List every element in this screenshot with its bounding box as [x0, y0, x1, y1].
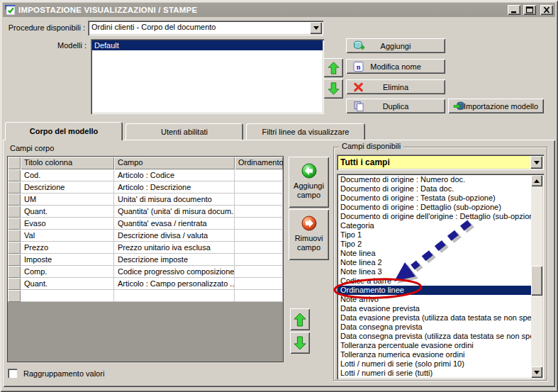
available-field-item[interactable]: Tolleranza numerica evasione ordini — [338, 350, 531, 359]
cell-titolo — [21, 290, 114, 302]
available-field-item[interactable]: Note linea 2 — [338, 258, 531, 267]
cell-ordinamento — [235, 242, 283, 254]
checkmark-icon — [5, 5, 16, 16]
available-field-item[interactable]: Lotti / numeri di serie (tutti) — [338, 369, 531, 378]
column-header-campo[interactable]: Campo — [114, 157, 235, 169]
available-field-item[interactable]: Data evasione prevista — [338, 304, 531, 313]
available-field-item[interactable]: Ordinamento linee — [338, 286, 531, 295]
row-selector[interactable] — [8, 181, 21, 194]
title-bar[interactable]: IMPOSTAZIONE VISUALIZZAZIONI / STAMPE — [3, 3, 555, 17]
campi-corpo-table: Titolo colonna Campo Ordinamento Cod. Ar… — [7, 156, 284, 362]
available-field-item[interactable]: Data consegna prevista (utilizza data te… — [338, 332, 531, 341]
svg-text:n: n — [357, 62, 361, 70]
scroll-up-button[interactable] — [531, 175, 542, 186]
field-filter-dropdown[interactable]: Tutti i campi — [337, 155, 544, 170]
table-header-row: Titolo colonna Campo Ordinamento — [8, 157, 283, 169]
database-add-icon — [353, 40, 364, 52]
table-row[interactable]: Val Descrizione divisa / valuta — [8, 230, 283, 242]
table-row[interactable]: Evaso Quantita' evasa / rientrata — [8, 218, 283, 230]
table-row[interactable]: UM Unita' di misura documento — [8, 194, 283, 206]
row-selector[interactable] — [8, 254, 21, 266]
available-field-item[interactable]: Tipo 2 — [338, 240, 531, 249]
table-row[interactable] — [8, 290, 283, 302]
available-field-item[interactable]: Categoria — [338, 221, 531, 230]
tab-filtri-linee[interactable]: Filtri linee da visualizzare — [246, 123, 365, 140]
add-field-label: Aggiungi campo — [291, 181, 328, 200]
row-selector[interactable] — [8, 290, 21, 302]
row-selector[interactable] — [8, 169, 21, 181]
remove-field-label: Rimuovi campo — [291, 234, 328, 252]
scroll-down-button[interactable] — [531, 366, 542, 378]
row-selector[interactable] — [8, 242, 21, 254]
vertical-scrollbar[interactable] — [531, 175, 542, 378]
available-field-item[interactable]: Documento di origine : Data doc. — [338, 184, 531, 194]
move-model-down-button[interactable] — [323, 79, 343, 99]
remove-field-button[interactable]: Rimuovi campo — [289, 209, 329, 260]
grouping-checkbox[interactable] — [8, 369, 17, 378]
maximize-button[interactable] — [523, 5, 536, 15]
move-model-up-button[interactable] — [323, 58, 343, 77]
available-field-item[interactable]: Documento di origine : Numero doc. — [338, 175, 531, 184]
cell-ordinamento — [235, 290, 283, 302]
add-field-button[interactable]: Aggiungi campo — [289, 157, 329, 208]
duplicate-model-button[interactable]: Duplica — [346, 99, 445, 113]
available-fields-list[interactable]: Documento di origine : Numero doc. Docum… — [337, 174, 544, 379]
chevron-down-icon[interactable] — [310, 22, 322, 34]
table-row[interactable]: Quant. Quantita' (unita' di misura docum… — [8, 206, 283, 218]
cell-campo: Descrizione divisa / valuta — [114, 230, 235, 242]
copy-icon — [353, 101, 364, 111]
available-field-item[interactable]: Tipo 1 — [338, 230, 531, 240]
column-header-titolo-colonna[interactable]: Titolo colonna — [21, 157, 114, 169]
cell-titolo: Prezzo — [21, 242, 114, 254]
available-field-item[interactable]: Lotti / numeri di serie (solo primi 10) — [338, 359, 531, 369]
cell-titolo: Cod. — [21, 169, 114, 181]
available-field-item[interactable]: Note linea — [338, 249, 531, 258]
cell-ordinamento — [235, 181, 283, 194]
available-field-item[interactable]: Documento di origine dell'origine : Dett… — [338, 212, 531, 221]
close-button[interactable] — [540, 5, 553, 15]
cell-ordinamento — [235, 218, 283, 230]
available-field-item[interactable]: Documento di origine : Dettaglio (sub-op… — [338, 203, 531, 212]
models-list[interactable]: Default — [91, 39, 324, 114]
table-row[interactable]: Comp. Codice progressivo composizione — [8, 266, 283, 278]
row-selector[interactable] — [8, 218, 21, 230]
column-header-ordinamento[interactable]: Ordinamento — [235, 157, 283, 169]
row-selector[interactable] — [8, 266, 21, 278]
cell-titolo: Quant. — [21, 278, 114, 290]
table-row[interactable]: Prezzo Prezzo unitario iva esclusa — [8, 242, 283, 254]
available-field-item[interactable]: Note linea 3 — [338, 267, 531, 276]
available-field-item[interactable]: Documento di origine : Testata (sub-opzi… — [338, 194, 531, 203]
add-model-label: Aggiungi — [381, 42, 411, 50]
cell-campo: Quantita' (unita' di misura docum... — [114, 206, 235, 218]
tab-corpo-del-modello[interactable]: Corpo del modello — [5, 122, 123, 140]
scrollbar-thumb[interactable] — [531, 266, 542, 296]
table-row[interactable]: Cod. Articolo : Codice — [8, 169, 283, 181]
minimize-button[interactable] — [508, 5, 520, 15]
column-header-selector[interactable] — [8, 157, 21, 169]
available-field-item[interactable]: Codice a barre — [338, 276, 531, 286]
tab-utenti-abilitati[interactable]: Utenti abilitati — [125, 123, 243, 140]
table-row[interactable]: Quant. Articolo : Campo personalizzato .… — [8, 278, 283, 290]
table-row[interactable]: Descrizione Articolo : Descrizione — [8, 181, 283, 194]
row-selector[interactable] — [8, 278, 21, 290]
rename-model-button[interactable]: n Modifica nome — [346, 59, 445, 74]
available-field-item[interactable]: Note arrivo — [338, 295, 531, 304]
row-selector[interactable] — [8, 206, 21, 218]
delete-model-button[interactable]: Elimina — [346, 79, 445, 94]
grouping-checkbox-label: Raggruppamento valori — [23, 369, 104, 378]
move-field-down-button[interactable] — [290, 332, 310, 354]
table-row[interactable]: Imposte Descrizione imposte — [8, 254, 283, 266]
row-selector[interactable] — [8, 194, 21, 206]
import-model-button[interactable]: Importazione modello — [448, 99, 544, 113]
procedures-dropdown[interactable]: Ordini clienti - Corpo del documento — [88, 21, 323, 35]
add-model-button[interactable]: Aggiungi — [346, 38, 445, 53]
cell-campo: Prezzo unitario iva esclusa — [114, 242, 235, 254]
chevron-down-icon[interactable] — [530, 156, 542, 169]
model-item[interactable]: Default — [92, 40, 323, 50]
campi-corpo-label: Campi corpo — [10, 144, 54, 152]
available-field-item[interactable]: Data consegna prevista — [338, 323, 531, 332]
available-field-item[interactable]: Tolleranza percentuale evasione ordini — [338, 341, 531, 350]
available-field-item[interactable]: Data evasione prevista (utilizza data te… — [338, 313, 531, 323]
move-field-up-button[interactable] — [290, 308, 310, 330]
row-selector[interactable] — [8, 230, 21, 242]
